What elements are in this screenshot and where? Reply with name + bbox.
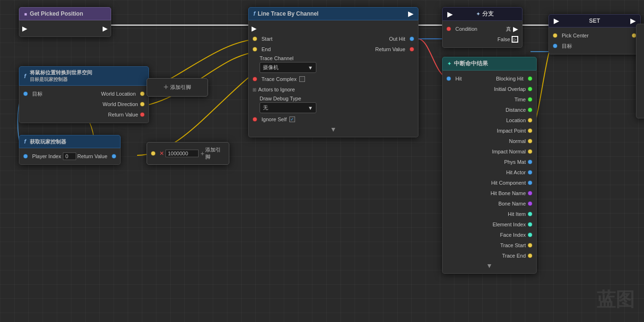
get-picked-position-node: ■ Get Picked Position ▶ ▶ [19,7,111,37]
dropdown-arrow-2: ▼ [308,105,313,111]
world-direction-row: World Direction [19,99,148,109]
face-index-pin [528,233,532,237]
branch-title-group: ✦ 分支 [476,10,494,18]
f-icon-2: f [24,138,26,145]
blocking-hit-label: Blocking Hit [496,76,523,81]
hit-in-row: Hit Blocking Hit [443,73,536,84]
node-icon: ■ [24,11,27,17]
value-input[interactable] [165,150,199,157]
set-node: ▶ SET ▶ Pick Center 目标 [548,14,641,54]
hit-result-icon: ✦ [447,61,451,66]
trace-start-label: Trace Start [500,242,526,248]
player-index-input[interactable] [63,152,76,160]
element-index-row: Element Index [443,219,536,230]
hit-item-row: Hit Item [443,209,536,219]
target-set-row: 目标 [549,41,640,51]
trace-channel-dropdown[interactable]: 摄像机 ▼ [260,62,316,73]
face-index-row: Face Index [443,230,536,240]
initial-overlap-label: Initial Overlap [494,86,526,92]
location-label: Location [506,117,526,123]
hit-component-row: Hit Component [443,178,536,188]
set-exec-in: ▶ [554,17,559,25]
branch-exec-in: ▶ [447,10,453,18]
end-label: End [261,46,271,52]
branch-node: ▶ ✦ 分支 Condition 真 ▶ False ▷ [442,7,522,48]
start-pin [252,36,257,41]
line-trace-body: ▶ Start Out Hit End Return Value [248,20,418,137]
element-index-pin [528,222,532,227]
start-row: Start Out Hit [249,34,418,44]
pick-center-label: Pick Center [562,33,589,38]
false-exec-out: ▷ [512,36,518,43]
false-label: False [497,36,510,42]
time-row: Time [443,94,536,105]
distance-row: Distance [443,105,536,115]
hit-actor-pin [528,170,532,175]
hit-result-header: ✦ 中断命中结果 [442,57,537,71]
bone-name-row: Bone Name [443,198,536,209]
phys-mat-row: Phys Mat [443,157,536,167]
actors-to-ignore-label: Actors to Ignore [258,87,295,92]
trace-end-label: Trace End [502,253,526,259]
hit-bone-name-row: Hit Bone Name [443,188,536,198]
trace-start-pin [528,243,532,248]
true-exec-out: ▶ [513,25,518,33]
trace-complex-checkbox[interactable] [299,76,305,82]
right-edge-body [636,24,644,118]
trace-start-row: Trace Start [443,240,536,250]
value-in-pin [151,151,156,156]
ignore-self-checkbox[interactable] [289,116,295,122]
return-value-label-3: Return Value [375,46,405,52]
normal-label: Normal [509,138,526,144]
false-row: False ▷ [443,34,522,45]
line-trace-title-group: f Line Trace By Channel [253,10,319,17]
initial-overlap-row: Initial Overlap [443,84,536,94]
out-hit-label: Out Hit [389,36,405,42]
impact-point-label: Impact Point [497,128,526,134]
player-index-label: Player Index [32,153,61,159]
normal-row: Normal [443,136,536,146]
condition-row: Condition 真 ▶ [443,24,522,34]
blocking-hit-pin [528,76,532,81]
condition-label: Condition [455,26,477,32]
world-direction-label: World Direction [103,101,138,107]
branch-header: ▶ ✦ 分支 [442,7,522,21]
add-pin-2-body: ✕ + 添加引脚 [147,142,229,165]
start-label: Start [261,36,272,42]
draw-debug-dropdown[interactable]: 无 ▼ [260,102,316,113]
convert-mouse-header: f 将鼠标位置转换到世界空间 目标是玩家控制器 [19,66,149,86]
ignore-self-row: Ignore Self [249,114,418,125]
get-player-controller-title: 获取玩家控制器 [30,138,66,145]
distance-label: Distance [505,107,526,113]
draw-debug-row: Draw Debug Type 无 ▼ [249,95,418,114]
convert-mouse-body: 目标 World Location World Direction Return… [19,86,149,123]
branch-title: 分支 [482,10,494,18]
line-trace-title: Line Trace By Channel [258,10,319,17]
pick-center-in-pin [553,33,557,38]
line-trace-exec-row: ▶ [249,23,418,34]
location-row: Location [443,115,536,125]
add-pin-2-row: ✕ + 添加引脚 [147,145,229,161]
add-pin-1-body: + 添加引脚 [147,78,208,97]
set-body: Pick Center 目标 [548,27,641,54]
get-picked-position-body: ▶ ▶ [19,20,111,37]
hit-result-title: 中断命中结果 [454,60,488,68]
normal-pin [528,139,532,143]
add-pin-2-label: 添加引脚 [205,146,225,161]
return-value-label-2: Return Value [78,153,107,159]
trace-channel-block: Trace Channel 摄像机 ▼ [260,55,414,73]
return-value-pin [140,112,145,117]
hit-component-pin [528,180,532,185]
time-pin [528,97,532,102]
add-pin-2-node: ✕ + 添加引脚 [147,142,229,165]
pick-center-row: Pick Center [549,30,640,41]
true-label: 真 [506,26,511,33]
world-direction-pin [140,102,145,107]
draw-debug-label: Draw Debug Type [260,96,414,101]
impact-normal-label: Impact Normal [492,149,526,154]
initial-overlap-pin [528,87,532,91]
face-index-label: Face Index [500,232,526,238]
trace-channel-row: Trace Channel 摄像机 ▼ [249,54,418,74]
actors-icon: ⊞ [252,87,256,92]
ignore-self-pin [252,117,257,122]
